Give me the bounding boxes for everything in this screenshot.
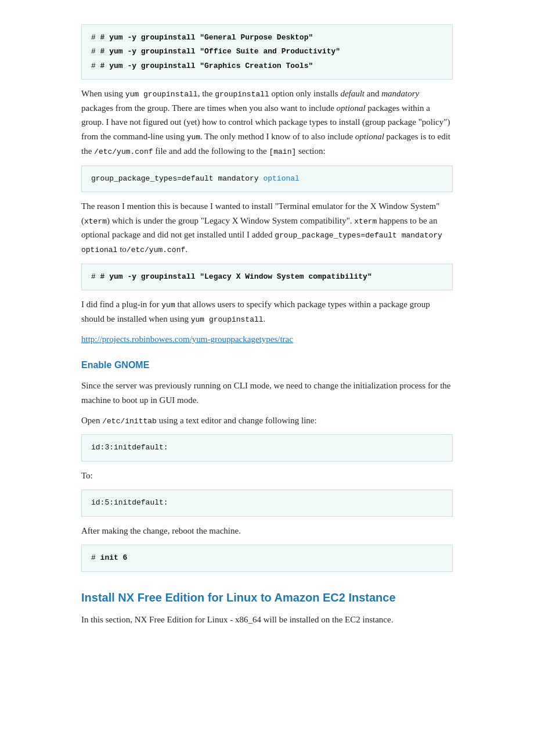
code-id3-initdefault: id:3:initdefault:: [91, 443, 168, 452]
yum-grouppackagetypes-link[interactable]: http://projects.robinbowes.com/yum-group…: [81, 334, 293, 344]
cmd-text-3: # yum -y groupinstall "Graphics Creation…: [100, 62, 313, 70]
paragraph-6: After making the change, reboot the mach…: [81, 524, 453, 538]
code-group-package-types: group_package_types=default mandatory op…: [91, 174, 300, 183]
inline-code-main: [main]: [269, 147, 296, 156]
optional-word: optional: [263, 174, 299, 183]
code-block-3: # # yum -y groupinstall "Legacy X Window…: [81, 264, 453, 290]
inline-code-yum-groupinstall-2: yum groupinstall: [191, 315, 264, 324]
code-legacy-xwindow: # # yum -y groupinstall "Legacy X Window…: [91, 272, 372, 281]
code-block-6: # init 6: [81, 545, 453, 571]
code-block-5: id:5:initdefault:: [81, 489, 453, 516]
section-title-enable-gnome: Enable GNOME: [81, 358, 453, 373]
paragraph-3: I did find a plug-in for yum that allows…: [81, 297, 453, 326]
link-paragraph: http://projects.robinbowes.com/yum-group…: [81, 332, 453, 347]
big-section-title-nx: Install NX Free Edition for Linux to Ama…: [81, 588, 453, 607]
label-to: To:: [81, 469, 453, 483]
inline-code-yum-conf-2: /etc/yum.conf: [127, 246, 185, 254]
code-line-1: # # yum -y groupinstall "General Purpose…: [91, 31, 443, 45]
inline-code-yum-2: yum: [161, 301, 175, 309]
code-block-1: # # yum -y groupinstall "General Purpose…: [81, 24, 453, 80]
paragraph-4: Since the server was previously running …: [81, 379, 453, 408]
paragraph-5: Open /etc/inittab using a text editor an…: [81, 413, 453, 428]
cmd-text-2: # yum -y groupinstall "Office Suite and …: [100, 47, 340, 56]
inline-code-yum-1: yum: [187, 133, 200, 142]
inline-code-groupinstall: groupinstall: [215, 90, 269, 99]
paragraph-2: The reason I mention this is because I w…: [81, 199, 453, 257]
cmd-text-1: # yum -y groupinstall "General Purpose D…: [100, 33, 313, 42]
p1-text: When using yum groupinstall, the groupin…: [81, 89, 450, 156]
italic-mandatory: mandatory: [381, 89, 419, 98]
paragraph-7: In this section, NX Free Edition for Lin…: [81, 613, 453, 627]
cmd-init-6: init 6: [100, 553, 128, 562]
inline-code-yum-conf: /etc/yum.conf: [94, 147, 153, 156]
inline-code-xterm-2: xterm: [354, 217, 377, 226]
code-line-3: # # yum -y groupinstall "Graphics Creati…: [91, 59, 443, 73]
code-id5-initdefault: id:5:initdefault:: [91, 498, 168, 507]
italic-default: default: [340, 89, 365, 98]
inline-code-yum-groupinstall-1: yum groupinstall: [125, 90, 198, 99]
code-block-2: group_package_types=default mandatory op…: [81, 165, 453, 192]
code-block-4: id:3:initdefault:: [81, 434, 453, 461]
cmd-legacy: # yum -y groupinstall "Legacy X Window S…: [100, 272, 372, 281]
code-init-6: # init 6: [91, 553, 127, 562]
paragraph-1: When using yum groupinstall, the groupin…: [81, 87, 453, 159]
code-line-2: # # yum -y groupinstall "Office Suite an…: [91, 45, 443, 59]
italic-optional-1: optional: [337, 103, 366, 113]
inline-code-inittab: /etc/inittab: [102, 417, 157, 426]
italic-optional-2: optional: [355, 132, 384, 141]
inline-code-xterm-1: xterm: [84, 217, 107, 226]
